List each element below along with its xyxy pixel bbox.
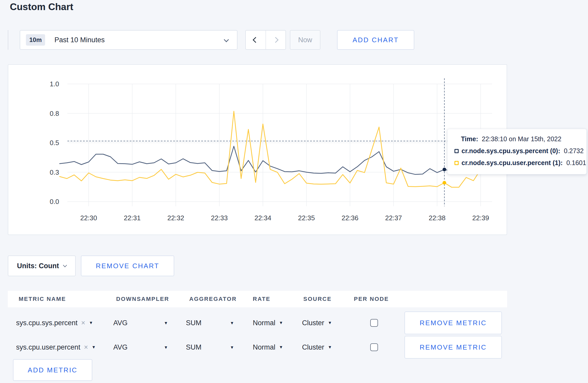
y-axis-tick-label: 0.0 [50, 198, 59, 205]
x-axis-tick-label: 22:31 [124, 214, 141, 222]
series-user-swatch-icon [454, 161, 459, 165]
column-header-aggregator: AGGREGATOR [189, 291, 237, 307]
dropdown-caret-icon: ▼ [164, 321, 168, 325]
tooltip-series-value: 0.1601 [566, 159, 586, 167]
downsampler-select[interactable]: AVG ▼ [113, 311, 173, 335]
metric-row: sys.cpu.user.percent × ▼ AVG ▼ SUM ▼ Nor… [0, 335, 588, 359]
x-axis-tick-label: 22:34 [254, 214, 271, 222]
metrics-table-header: METRIC NAME DOWNSAMPLER AGGREGATOR RATE … [8, 291, 507, 307]
y-axis-tick-label: 0.3 [50, 168, 59, 176]
metric-name-select[interactable]: sys.cpu.sys.percent × ▼ [16, 311, 93, 335]
chevron-down-icon [224, 37, 229, 42]
dropdown-caret-icon: ▼ [328, 321, 332, 325]
dropdown-caret-icon: ▼ [230, 321, 234, 325]
dropdown-caret-icon: ▼ [279, 345, 283, 350]
remove-metric-button[interactable]: REMOVE METRIC [404, 336, 502, 359]
per-node-checkbox[interactable] [370, 343, 378, 351]
units-dropdown[interactable]: Units: Count [8, 256, 76, 276]
source-value: Cluster [302, 343, 324, 351]
next-range-button[interactable] [266, 31, 286, 49]
clear-metric-icon[interactable]: × [84, 343, 88, 351]
dropdown-caret-icon: ▼ [89, 321, 93, 325]
rate-select[interactable]: Normal ▼ [253, 311, 283, 335]
toolbar-divider [8, 30, 8, 50]
tooltip-time-value: 22:38:10 on Mar 15th, 2022 [482, 135, 561, 143]
remove-metric-button[interactable]: REMOVE METRIC [404, 311, 502, 334]
aggregator-value: SUM [186, 343, 201, 351]
x-axis-tick-label: 22:37 [385, 214, 402, 222]
aggregator-value: SUM [186, 319, 201, 327]
chevron-left-icon [253, 37, 258, 43]
tooltip-series-label: cr.node.sys.cpu.user.percent (1): [461, 159, 563, 167]
time-range-badge: 10m [26, 34, 45, 46]
hover-point-dot [443, 168, 446, 171]
y-axis-tick-label: 0.5 [50, 139, 59, 147]
source-select[interactable]: Cluster ▼ [302, 335, 332, 359]
dropdown-caret-icon: ▼ [230, 345, 234, 350]
x-axis-tick-label: 22:30 [80, 214, 97, 222]
page-title: Custom Chart [10, 2, 73, 12]
x-axis-tick-label: 22:35 [298, 214, 315, 222]
hover-point-dot [443, 181, 446, 185]
x-axis-tick-label: 22:39 [472, 214, 489, 222]
previous-range-button[interactable] [246, 31, 266, 49]
x-axis-tick-label: 22:36 [341, 214, 358, 222]
metric-row: sys.cpu.sys.percent × ▼ AVG ▼ SUM ▼ Norm… [0, 311, 588, 335]
rate-value: Normal [253, 319, 275, 327]
metric-name-select[interactable]: sys.cpu.user.percent × ▼ [16, 335, 96, 359]
rate-value: Normal [253, 343, 275, 351]
column-header-source: SOURCE [303, 291, 332, 307]
dropdown-caret-icon: ▼ [92, 345, 96, 350]
time-range-label: Past 10 Minutes [54, 36, 105, 44]
time-range-selector[interactable]: 10m Past 10 Minutes [20, 30, 237, 50]
downsampler-select[interactable]: AVG ▼ [113, 335, 173, 359]
column-header-rate: RATE [253, 291, 270, 307]
aggregator-select[interactable]: SUM ▼ [186, 311, 239, 335]
column-header-metric-name: METRIC NAME [19, 291, 66, 307]
per-node-checkbox[interactable] [370, 319, 378, 327]
y-axis-tick-label: 1.0 [50, 80, 59, 88]
add-chart-button[interactable]: ADD CHART [337, 30, 414, 50]
tooltip-series-label: cr.node.sys.cpu.sys.percent (0): [461, 147, 560, 155]
tooltip-time-label: Time: [461, 135, 478, 143]
aggregator-select[interactable]: SUM ▼ [186, 335, 239, 359]
clear-metric-icon[interactable]: × [81, 319, 85, 327]
custom-chart-page: { "page": { "title": "Custom Chart" }, "… [0, 0, 588, 383]
series-sys-swatch-icon [454, 149, 459, 153]
dropdown-caret-icon: ▼ [328, 345, 332, 350]
chevron-right-icon [273, 37, 279, 43]
now-button[interactable]: Now [290, 30, 320, 50]
time-step-controls [245, 30, 286, 50]
series-line [60, 111, 488, 187]
metric-name-value: sys.cpu.sys.percent [16, 319, 78, 327]
y-axis-tick-label: 0.8 [50, 110, 59, 117]
tooltip-series-value: 0.2732 [564, 147, 584, 155]
add-metric-button[interactable]: ADD METRIC [13, 359, 92, 381]
source-value: Cluster [302, 319, 324, 327]
x-axis-tick-label: 22:33 [211, 214, 228, 222]
series-line [60, 146, 488, 174]
chart-card: 0.00.30.50.81.022:3022:3122:3222:3322:34… [8, 64, 507, 235]
remove-chart-button[interactable]: REMOVE CHART [81, 256, 174, 276]
chart-hover-tooltip: Time: 22:38:10 on Mar 15th, 2022 cr.node… [447, 129, 587, 174]
x-axis-tick-label: 22:38 [429, 214, 445, 222]
column-header-per-node: PER NODE [354, 291, 389, 307]
rate-select[interactable]: Normal ▼ [253, 335, 283, 359]
source-select[interactable]: Cluster ▼ [302, 311, 332, 335]
dropdown-caret-icon: ▼ [279, 321, 283, 325]
x-axis-tick-label: 22:32 [167, 214, 184, 222]
downsampler-value: AVG [113, 343, 128, 351]
dropdown-caret-icon: ▼ [164, 345, 168, 350]
column-header-downsampler: DOWNSAMPLER [116, 291, 169, 307]
downsampler-value: AVG [113, 319, 128, 327]
units-label: Units: Count [17, 262, 59, 270]
cpu-percent-line-chart[interactable]: 0.00.30.50.81.022:3022:3122:3222:3322:34… [8, 65, 507, 235]
chevron-down-icon [63, 263, 67, 267]
metric-name-value: sys.cpu.user.percent [16, 343, 80, 351]
